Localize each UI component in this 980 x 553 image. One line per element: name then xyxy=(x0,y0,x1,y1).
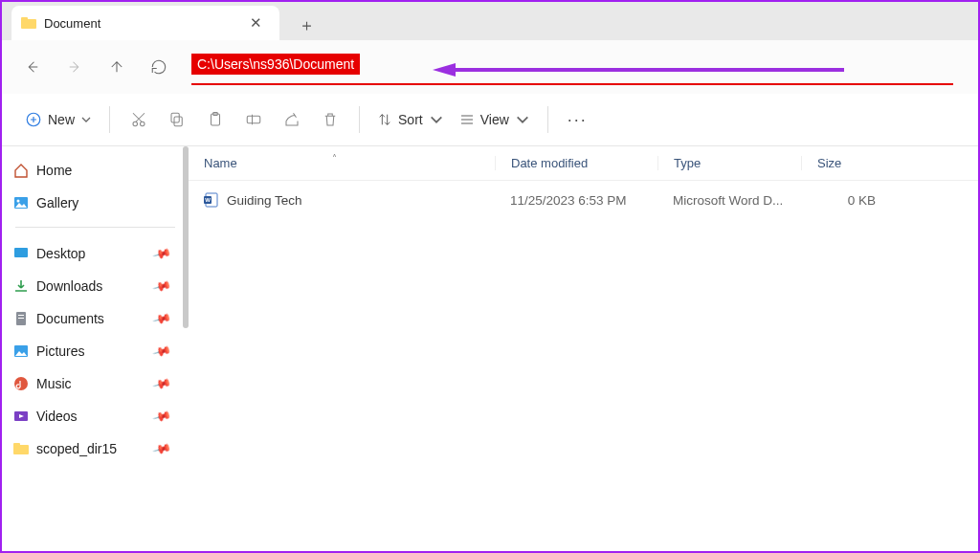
svg-point-19 xyxy=(14,377,28,390)
downloads-icon xyxy=(13,278,29,294)
pin-icon: 📌 xyxy=(151,407,171,427)
arrow-right-icon xyxy=(66,58,83,76)
home-icon xyxy=(13,163,29,178)
rename-icon xyxy=(245,111,262,128)
rename-button[interactable] xyxy=(234,100,273,139)
documents-icon xyxy=(13,311,29,326)
gallery-icon xyxy=(13,195,29,210)
main-area: Home Gallery Desktop 📌 Downloads 📌 Docum… xyxy=(2,145,978,553)
sidebar-item-desktop[interactable]: Desktop 📌 xyxy=(2,237,189,270)
word-doc-icon: W xyxy=(204,192,219,208)
sidebar-item-gallery[interactable]: Gallery xyxy=(2,187,189,219)
svg-rect-8 xyxy=(171,113,179,122)
separator xyxy=(109,106,110,133)
share-icon xyxy=(283,111,301,128)
pin-icon: 📌 xyxy=(151,374,171,394)
sidebar-item-label: Downloads xyxy=(36,278,102,294)
copy-icon xyxy=(168,111,186,128)
refresh-button[interactable] xyxy=(138,48,180,86)
tab-title: Document xyxy=(44,16,246,31)
svg-rect-16 xyxy=(18,315,24,316)
file-date: 11/25/2023 6:53 PM xyxy=(495,193,657,208)
file-type: Microsoft Word D... xyxy=(657,193,801,208)
pictures-icon xyxy=(13,343,29,359)
cut-button[interactable] xyxy=(120,100,158,139)
sidebar-item-downloads[interactable]: Downloads 📌 xyxy=(2,270,189,302)
sidebar-item-scoped[interactable]: scoped_dir15 📌 xyxy=(2,432,189,465)
column-name[interactable]: Name ˄ xyxy=(189,156,495,170)
copy-button[interactable] xyxy=(158,100,196,139)
trash-icon xyxy=(322,111,339,128)
column-type[interactable]: Type xyxy=(657,156,801,170)
annotation-underline xyxy=(191,83,953,85)
sort-button[interactable]: Sort xyxy=(369,106,452,133)
sidebar-item-label: Music xyxy=(36,376,72,391)
sidebar-item-music[interactable]: Music 📌 xyxy=(2,367,189,400)
separator xyxy=(547,106,548,133)
arrow-up-icon xyxy=(108,58,125,76)
view-icon xyxy=(459,112,475,127)
cut-icon xyxy=(130,111,147,128)
sort-label: Sort xyxy=(398,112,423,127)
svg-rect-14 xyxy=(14,248,28,257)
column-date[interactable]: Date modified xyxy=(495,156,657,170)
sidebar-item-label: Home xyxy=(36,163,72,178)
delete-button[interactable] xyxy=(311,100,349,139)
up-button[interactable] xyxy=(96,48,138,86)
file-row[interactable]: W Guiding Tech 11/25/2023 6:53 PM Micros… xyxy=(189,181,978,219)
more-button[interactable]: ··· xyxy=(558,106,597,134)
nav-bar: C:\Users\ns936\Document xyxy=(2,40,978,94)
file-list-pane: Name ˄ Date modified Type Size W Guiding… xyxy=(189,146,978,553)
pin-icon: 📌 xyxy=(151,309,171,329)
sort-indicator-icon: ˄ xyxy=(332,153,337,164)
address-path: C:\Users\ns936\Document xyxy=(191,54,360,75)
sidebar-item-label: Pictures xyxy=(36,343,85,359)
folder-icon xyxy=(21,15,36,31)
sidebar-separator xyxy=(15,227,175,228)
tab-document[interactable]: Document ✕ xyxy=(11,6,279,40)
music-icon xyxy=(13,376,29,391)
pin-icon: 📌 xyxy=(151,439,171,459)
sidebar-item-videos[interactable]: Videos 📌 xyxy=(2,400,189,432)
sidebar-item-label: Desktop xyxy=(36,246,85,261)
back-button[interactable] xyxy=(11,48,54,86)
videos-icon xyxy=(13,409,29,424)
plus-circle-icon xyxy=(25,111,42,128)
column-size[interactable]: Size xyxy=(801,156,897,170)
forward-button[interactable] xyxy=(54,48,96,86)
svg-rect-17 xyxy=(18,318,24,319)
refresh-icon xyxy=(150,58,167,76)
sidebar-item-label: Videos xyxy=(36,409,78,424)
sidebar-item-label: Documents xyxy=(36,311,104,326)
sidebar-item-label: Gallery xyxy=(36,195,78,210)
view-label: View xyxy=(480,112,509,127)
sidebar-item-pictures[interactable]: Pictures 📌 xyxy=(2,335,189,367)
file-size: 0 KB xyxy=(801,193,897,208)
svg-rect-11 xyxy=(247,116,260,123)
close-icon[interactable]: ✕ xyxy=(246,14,266,32)
desktop-icon xyxy=(13,246,29,261)
address-bar[interactable]: C:\Users\ns936\Document xyxy=(191,51,953,83)
sidebar-item-home[interactable]: Home xyxy=(2,154,189,187)
sidebar-item-label: scoped_dir15 xyxy=(36,441,117,456)
new-tab-button[interactable]: ＋ xyxy=(291,10,322,40)
sort-icon xyxy=(377,112,392,127)
arrow-left-icon xyxy=(24,58,41,76)
svg-point-13 xyxy=(17,200,20,203)
svg-point-5 xyxy=(133,122,138,126)
column-headers: Name ˄ Date modified Type Size xyxy=(189,146,978,181)
chevron-down-icon xyxy=(429,112,444,127)
paste-icon xyxy=(207,111,224,128)
view-button[interactable]: View xyxy=(452,106,538,133)
paste-button[interactable] xyxy=(196,100,234,139)
new-button[interactable]: New xyxy=(17,105,100,134)
svg-rect-7 xyxy=(174,117,182,126)
pin-icon: 📌 xyxy=(151,276,171,297)
share-button[interactable] xyxy=(273,100,311,139)
file-name: Guiding Tech xyxy=(227,193,302,208)
folder-icon xyxy=(13,441,29,456)
column-name-label: Name xyxy=(204,156,237,170)
sidebar-item-documents[interactable]: Documents 📌 xyxy=(2,302,189,335)
chevron-down-icon xyxy=(515,112,530,127)
svg-rect-1 xyxy=(21,17,28,21)
